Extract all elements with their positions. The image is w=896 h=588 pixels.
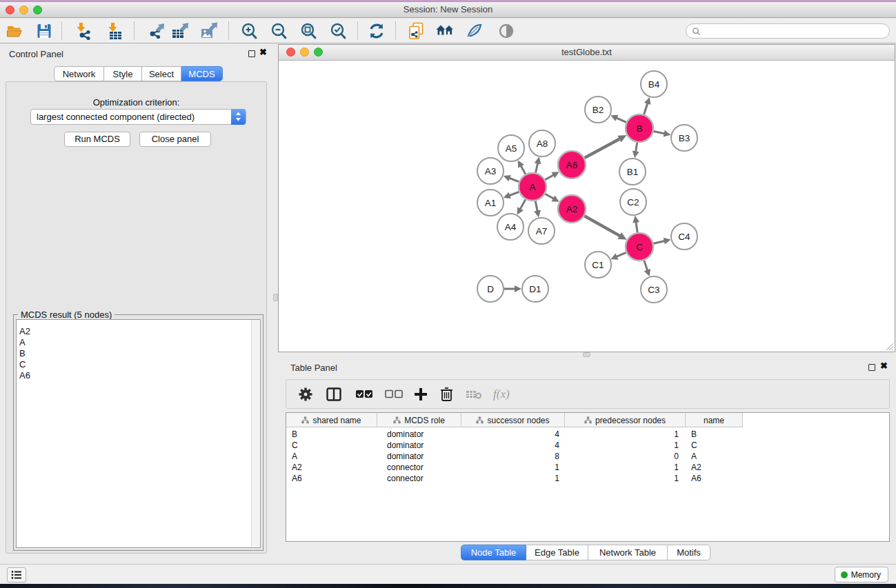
- show-column-button[interactable]: [326, 385, 341, 403]
- network-canvas[interactable]: B4B2BB3A5A8A6B1A3AC2A1A2A4A7C4CC1C3DD1: [279, 61, 895, 352]
- edge-C-C1[interactable]: [617, 252, 626, 256]
- close-window-button[interactable]: [6, 6, 14, 14]
- import-network-button[interactable]: [74, 22, 92, 40]
- edge-A-A3[interactable]: [509, 178, 519, 181]
- mcds-result-item[interactable]: B: [17, 348, 260, 359]
- table-row[interactable]: Adominator80A: [286, 451, 889, 462]
- node-A7[interactable]: A7: [528, 218, 555, 244]
- node-D1[interactable]: D1: [522, 276, 548, 302]
- minimize-window-button[interactable]: [19, 6, 28, 14]
- column-header-successor-nodes[interactable]: successor nodes: [461, 413, 565, 427]
- edge-B-B3[interactable]: [654, 131, 665, 133]
- tab-mcds[interactable]: MCDS: [181, 66, 223, 81]
- clone-network-button[interactable]: [407, 22, 425, 40]
- column-header-predecessor-nodes[interactable]: predecessor nodes: [565, 413, 686, 427]
- node-B1[interactable]: B1: [619, 159, 646, 185]
- tab-network[interactable]: Network: [54, 66, 104, 81]
- edge-B-B4[interactable]: [644, 103, 648, 114]
- node-A[interactable]: A: [519, 173, 546, 201]
- zoom-in-button[interactable]: [240, 22, 258, 40]
- column-header-MCDS-role[interactable]: MCDS role: [377, 413, 461, 427]
- network-minimize-button[interactable]: [300, 48, 309, 57]
- control-panel-float-icon[interactable]: [248, 50, 255, 57]
- network-window-titlebar[interactable]: testGlobe.txt: [279, 45, 895, 61]
- save-session-button[interactable]: [35, 22, 53, 40]
- table-row[interactable]: A6connector11A6: [286, 473, 889, 484]
- table-row[interactable]: Cdominator41C: [286, 440, 889, 451]
- node-A1[interactable]: A1: [477, 190, 504, 216]
- node-A6[interactable]: A6: [558, 151, 586, 179]
- control-panel-close-icon[interactable]: ✖: [259, 47, 267, 57]
- node-A5[interactable]: A5: [498, 135, 524, 161]
- edge-C-C4[interactable]: [653, 241, 664, 244]
- edge-A-A1[interactable]: [509, 192, 519, 195]
- edge-A-A5[interactable]: [521, 165, 526, 174]
- optimization-criterion-select[interactable]: largest connected component (directed): [30, 109, 246, 125]
- node-B3[interactable]: B3: [671, 125, 697, 151]
- search-input[interactable]: [686, 23, 890, 39]
- close-panel-button[interactable]: Close panel: [139, 132, 211, 147]
- edge-A-A7[interactable]: [535, 201, 537, 212]
- deselect-all-button[interactable]: [385, 385, 403, 403]
- mcds-result-item[interactable]: A6: [17, 370, 260, 381]
- node-B4[interactable]: B4: [641, 71, 667, 97]
- export-network-button[interactable]: [148, 22, 166, 40]
- panel-splitter-handle[interactable]: [273, 294, 278, 301]
- zoom-fit-button[interactable]: [299, 22, 317, 40]
- mcds-result-item[interactable]: A2: [17, 326, 260, 337]
- node-C1[interactable]: C1: [585, 252, 611, 278]
- edge-C-C3[interactable]: [644, 261, 648, 271]
- table-row[interactable]: A2connector11A2: [286, 462, 889, 473]
- node-C4[interactable]: C4: [671, 223, 697, 250]
- column-header-name[interactable]: name: [686, 413, 743, 427]
- edge-B-B2[interactable]: [616, 118, 626, 122]
- node-B2[interactable]: B2: [585, 97, 611, 123]
- function-builder-button[interactable]: f(x): [493, 385, 510, 403]
- edge-C-C2[interactable]: [636, 222, 637, 232]
- column-header-shared-name[interactable]: shared name: [286, 413, 377, 427]
- edge-A-A2[interactable]: [545, 194, 554, 199]
- mcds-result-list[interactable]: A2ABCA6: [16, 319, 261, 548]
- horizontal-splitter-handle[interactable]: [583, 352, 590, 357]
- network-zoom-button[interactable]: [314, 48, 323, 57]
- refresh-layout-button[interactable]: [368, 22, 386, 40]
- zoom-out-button[interactable]: [270, 22, 288, 40]
- edge-A-A6[interactable]: [545, 175, 554, 180]
- export-table-button[interactable]: [171, 22, 189, 40]
- mcds-result-item[interactable]: C: [17, 359, 260, 370]
- tab-select[interactable]: Select: [142, 66, 181, 81]
- node-C3[interactable]: C3: [641, 276, 667, 303]
- result-scrollbar[interactable]: [251, 320, 260, 547]
- table-panel-float-icon[interactable]: [868, 364, 875, 371]
- edge-A-A4[interactable]: [520, 199, 526, 209]
- memory-button[interactable]: Memory: [835, 567, 888, 582]
- zoom-selected-button[interactable]: [329, 22, 347, 40]
- edge-A2-C[interactable]: [584, 216, 620, 236]
- table-row[interactable]: Bdominator41B: [286, 429, 889, 440]
- edge-B-B1[interactable]: [636, 143, 637, 152]
- node-A3[interactable]: A3: [477, 158, 504, 184]
- task-history-button[interactable]: [7, 567, 26, 582]
- open-session-button[interactable]: [6, 22, 24, 40]
- mcds-result-item[interactable]: A: [17, 337, 260, 348]
- select-all-button[interactable]: [355, 385, 373, 403]
- node-A8[interactable]: A8: [529, 130, 555, 156]
- tab-style[interactable]: Style: [104, 66, 142, 81]
- run-mcds-button[interactable]: Run MCDS: [64, 132, 130, 147]
- resize-grip-icon[interactable]: [886, 343, 894, 351]
- zoom-window-button[interactable]: [33, 6, 42, 14]
- node-C2[interactable]: C2: [620, 189, 646, 215]
- node-A4[interactable]: A4: [497, 214, 524, 240]
- table-settings-button[interactable]: [299, 385, 312, 403]
- export-image-button[interactable]: [200, 22, 218, 40]
- delete-table-button[interactable]: [466, 385, 482, 403]
- tab-network-table[interactable]: Network Table: [588, 545, 668, 560]
- table-panel-close-icon[interactable]: ✖: [880, 361, 888, 371]
- edge-A-A8[interactable]: [536, 163, 538, 172]
- style-preview-button[interactable]: [466, 22, 484, 40]
- tab-motifs[interactable]: Motifs: [668, 545, 710, 560]
- node-D[interactable]: D: [477, 276, 504, 302]
- network-close-button[interactable]: [286, 48, 295, 57]
- edge-A6-B[interactable]: [584, 139, 619, 158]
- node-C[interactable]: C: [626, 233, 653, 261]
